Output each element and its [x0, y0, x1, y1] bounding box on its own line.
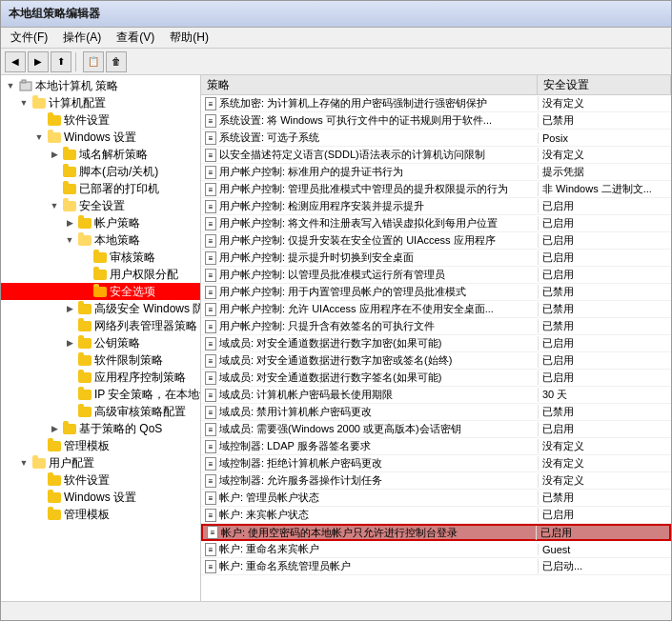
tree-node-qos[interactable]: ▶ 基于策略的 QoS	[1, 420, 200, 437]
policy-row[interactable]: ≡帐户: 管理员帐户状态已禁用	[201, 490, 671, 507]
tree-node-account[interactable]: ▶ 帐户策略	[1, 214, 200, 231]
title-text: 本地组策略编辑器	[9, 6, 100, 22]
back-button[interactable]: ◀	[5, 51, 26, 72]
policy-row[interactable]: ≡用户帐户控制: 将文件和注册表写入错误虚拟化到每用户位置已启用	[201, 215, 671, 232]
tree-node-advaudit[interactable]: 高级审核策略配置	[1, 403, 200, 420]
tree-node-user[interactable]: ▼ 用户配置	[1, 454, 200, 471]
policy-doc-icon: ≡	[205, 337, 216, 351]
tree-node-script[interactable]: 脚本(启动/关机)	[1, 163, 200, 180]
tree-node-uwin[interactable]: Windows 设置	[1, 489, 200, 506]
ipsec-expander	[62, 387, 77, 402]
win-expander: ▼	[31, 130, 47, 145]
policy-row[interactable]: ≡帐户: 重命名来宾帐户Guest	[201, 541, 671, 558]
policy-doc-icon: ≡	[205, 509, 216, 522]
tree-root[interactable]: ▼ 本地计算机 策略	[1, 77, 200, 94]
policy-name-text: 系统设置: 可选子系统	[219, 130, 319, 145]
policy-row[interactable]: ≡域成员: 对安全通道数据进行数字加密(如果可能)已启用	[201, 335, 671, 352]
policy-name: ≡域成员: 对安全通道数据进行数字签名(如果可能)	[201, 371, 538, 385]
policy-row[interactable]: ≡用户帐户控制: 管理员批准模式中管理员的提升权限提示的行为非 Windows …	[201, 181, 671, 198]
tree-node-admintpl[interactable]: 管理模板	[1, 437, 200, 454]
tree-node-comp[interactable]: ▼ 计算机配置	[1, 94, 200, 111]
local-label: 本地策略	[94, 234, 140, 246]
policy-row[interactable]: ≡用户帐户控制: 允许 UIAccess 应用程序在不使用安全桌面...已禁用	[201, 301, 671, 318]
advaudit-label: 高级审核策略配置	[94, 406, 186, 417]
policy-name-text: 域成员: 需要强(Windows 2000 或更高版本)会话密钥	[219, 422, 461, 436]
policy-doc-icon: ≡	[205, 560, 216, 573]
policy-row[interactable]: ≡用户帐户控制: 只提升含有效签名的可执行文件已禁用	[201, 318, 671, 335]
tree-node-firewall[interactable]: ▶ 高级安全 Windows 防火墙	[1, 300, 200, 317]
policy-row[interactable]: ≡用户帐户控制: 用于内置管理员帐户的管理员批准模式已禁用	[201, 284, 671, 301]
tree-node-ipsec[interactable]: IP 安全策略，在本地计算机	[1, 386, 200, 403]
policy-row[interactable]: ≡域成员: 计算机帐户密码最长使用期限30 天	[201, 387, 671, 404]
policy-row[interactable]: ≡域成员: 对安全通道数据进行数字加密或签名(始终)已启用	[201, 352, 671, 370]
policy-row[interactable]: ≡帐户: 重命名系统管理员帐户已启动...	[201, 558, 671, 575]
netlist-folder-icon	[77, 318, 92, 333]
tree-node-sw[interactable]: 软件设置	[1, 111, 200, 129]
policy-value: 已启用	[538, 250, 671, 265]
policy-row[interactable]: ≡帐户: 使用空密码的本地帐户只允许进行控制台登录已启用	[201, 524, 671, 541]
show-hide-button[interactable]: 📋	[83, 51, 104, 72]
policy-row[interactable]: ≡系统设置: 将 Windows 可执行文件中的证书规则用于软件...已禁用	[201, 112, 671, 130]
policy-doc-icon: ≡	[205, 183, 216, 196]
tree-node-audit[interactable]: 审核策略	[1, 249, 200, 266]
content-area: ▼ 本地计算机 策略 ▼ 计算机配置 软件设置	[1, 75, 671, 601]
policy-row[interactable]: ≡域控制器: LDAP 服务器签名要求没有定义	[201, 438, 671, 455]
account-expander: ▶	[62, 215, 77, 230]
menu-help[interactable]: 帮助(H)	[164, 28, 214, 48]
properties-button[interactable]: 🗑	[106, 51, 127, 72]
policy-list: ≡系统加密: 为计算机上存储的用户密码强制进行强密钥保护没有定义≡系统设置: 将…	[201, 95, 671, 575]
policy-name: ≡域成员: 禁用计算机帐户密码更改	[201, 405, 538, 419]
policy-doc-icon: ≡	[205, 474, 216, 488]
policy-name-text: 用户帐户控制: 提示提升时切换到安全桌面	[219, 250, 414, 265]
forward-button[interactable]: ▶	[28, 51, 49, 72]
uadmin-folder-icon	[47, 507, 62, 522]
tree-node-printer[interactable]: 已部署的打印机	[1, 180, 200, 197]
policy-row[interactable]: ≡域成员: 禁用计算机帐户密码更改已禁用	[201, 404, 671, 421]
policy-row[interactable]: ≡用户帐户控制: 仅提升安装在安全位置的 UIAccess 应用程序已启用	[201, 232, 671, 250]
policy-row[interactable]: ≡用户帐户控制: 检测应用程序安装并提示提升已启用	[201, 198, 671, 215]
tree-node-usw[interactable]: 软件设置	[1, 471, 200, 489]
policy-row[interactable]: ≡帐户: 来宾帐户状态已启用	[201, 507, 671, 524]
menu-file[interactable]: 文件(F)	[5, 28, 53, 48]
tree-node-local[interactable]: ▼ 本地策略	[1, 231, 200, 249]
policy-doc-icon: ≡	[205, 251, 216, 265]
policy-name-text: 用户帐户控制: 标准用户的提升证书行为	[219, 165, 403, 179]
tree-node-dns[interactable]: ▶ 域名解析策略	[1, 146, 200, 163]
tree-node-netlist[interactable]: 网络列表管理器策略	[1, 317, 200, 334]
win-label: Windows 设置	[64, 131, 136, 143]
left-panel[interactable]: ▼ 本地计算机 策略 ▼ 计算机配置 软件设置	[1, 75, 201, 601]
menu-action[interactable]: 操作(A)	[57, 28, 107, 48]
tree-node-userrights[interactable]: 用户权限分配	[1, 266, 200, 283]
policy-value: 30 天	[538, 388, 671, 402]
policy-row[interactable]: ≡用户帐户控制: 提示提升时切换到安全桌面已启用	[201, 250, 671, 267]
netlist-expander	[62, 318, 77, 333]
usw-expander	[31, 472, 47, 488]
tree-node-security[interactable]: ▼ 安全设置	[1, 197, 200, 214]
policy-row[interactable]: ≡用户帐户控制: 标准用户的提升证书行为提示凭据	[201, 164, 671, 181]
policy-row[interactable]: ≡以安全描述符定义语言(SDDL)语法表示的计算机访问限制没有定义	[201, 147, 671, 164]
policy-name: ≡用户帐户控制: 标准用户的提升证书行为	[201, 165, 538, 179]
policy-value: 已禁用	[538, 302, 671, 316]
policy-row[interactable]: ≡域控制器: 允许服务器操作计划任务没有定义	[201, 472, 671, 490]
tree-node-secopts[interactable]: 安全选项	[1, 283, 200, 300]
tree-node-win[interactable]: ▼ Windows 设置	[1, 129, 200, 146]
policy-row[interactable]: ≡域成员: 对安全通道数据进行数字签名(如果可能)已启用	[201, 370, 671, 387]
secopts-label: 安全选项	[110, 286, 155, 297]
policy-row[interactable]: ≡系统加密: 为计算机上存储的用户密码强制进行强密钥保护没有定义	[201, 95, 671, 112]
policy-row[interactable]: ≡用户帐户控制: 以管理员批准模式运行所有管理员已启用	[201, 267, 671, 284]
firewall-label: 高级安全 Windows 防火墙	[94, 303, 201, 314]
tree-node-uadmin[interactable]: 管理模板	[1, 506, 200, 523]
policy-row[interactable]: ≡域控制器: 拒绝计算机帐户密码更改没有定义	[201, 455, 671, 472]
menu-view[interactable]: 查看(V)	[111, 28, 160, 48]
policy-row[interactable]: ≡域成员: 需要强(Windows 2000 或更高版本)会话密钥已启用	[201, 421, 671, 438]
policy-row[interactable]: ≡系统设置: 可选子系统Posix	[201, 130, 671, 147]
tree-node-appcont[interactable]: 应用程序控制策略	[1, 369, 200, 386]
policy-value: 已禁用	[538, 491, 671, 505]
policy-value: 没有定义	[538, 473, 671, 488]
tree-node-applocker[interactable]: 软件限制策略	[1, 351, 200, 369]
secopts-folder-icon	[92, 284, 108, 299]
uwin-expander	[31, 490, 47, 505]
tree-node-pubkey[interactable]: ▶ 公钥策略	[1, 334, 200, 351]
policy-doc-icon: ≡	[205, 269, 216, 282]
up-button[interactable]: ⬆	[51, 51, 71, 72]
